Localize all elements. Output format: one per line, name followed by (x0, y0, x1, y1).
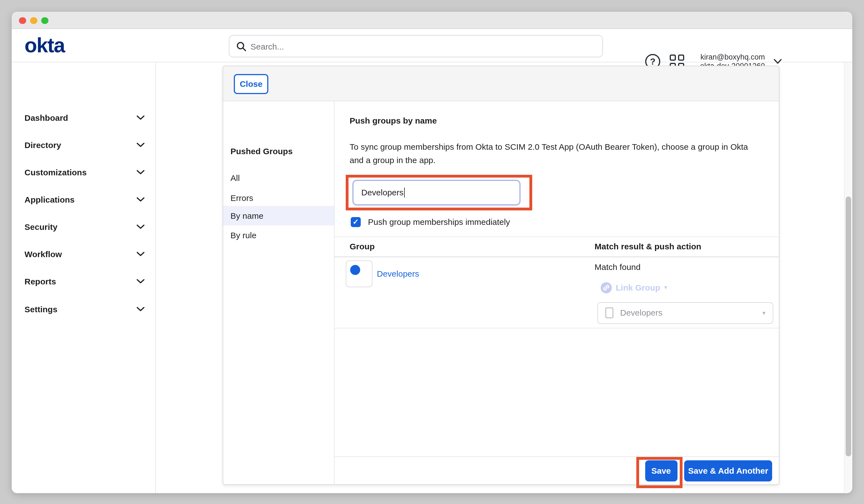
global-search[interactable] (229, 35, 603, 57)
sidebar-item-applications[interactable]: Applications (12, 193, 156, 206)
window-zoom-icon[interactable] (41, 17, 48, 24)
sidebar-item-reports[interactable]: Reports (12, 275, 156, 287)
scrollbar-thumb[interactable] (845, 196, 851, 456)
sidebar-item-security[interactable]: Security (12, 220, 156, 233)
account-email: kiran@boxyhq.com (700, 53, 765, 61)
column-header-match-result: Match result & push action (595, 242, 701, 251)
page-title: Push groups by name (350, 116, 437, 125)
grid-square (678, 55, 684, 61)
push-immediately-label: Push group memberships immediately (368, 217, 510, 228)
pushed-groups-subnav: Pushed Groups All Errors By name By rule (223, 101, 335, 485)
annotation-box-save (636, 457, 683, 488)
sidebar-item-label: Applications (24, 195, 75, 204)
link-icon (601, 282, 612, 293)
grid-square (670, 55, 676, 61)
sidebar-item-label: Security (24, 222, 57, 231)
chevron-down-icon (136, 307, 144, 312)
sidebar-item-directory[interactable]: Directory (12, 139, 156, 151)
sidebar-item-label: Settings (24, 304, 57, 314)
sidebar-item-label: Customizations (24, 168, 86, 177)
chevron-down-icon (136, 170, 144, 175)
chevron-down-icon[interactable] (773, 58, 782, 64)
sidebar-item-label: Workflow (24, 249, 62, 259)
chevron-down-icon (136, 197, 144, 202)
close-button[interactable]: Close (234, 74, 268, 94)
save-add-another-button[interactable]: Save & Add Another (684, 460, 772, 481)
sidebar-item-settings[interactable]: Settings (12, 303, 156, 315)
search-icon (236, 41, 247, 52)
subnav-item-by-rule[interactable]: By rule (223, 225, 334, 245)
sidebar-item-workflow[interactable]: Workflow (12, 248, 156, 260)
panel-toolbar: Close (223, 66, 779, 101)
subnav-title: Pushed Groups (230, 146, 292, 156)
link-group-action[interactable]: Link Group ▾ (601, 281, 667, 293)
link-group-label: Link Group (616, 283, 660, 292)
group-name-link[interactable]: Developers (377, 268, 419, 279)
group-name-input[interactable]: Developers (352, 180, 520, 205)
link-group-caret-icon: ▾ (664, 284, 667, 291)
scrollbar-track[interactable] (844, 62, 852, 493)
subnav-item-all[interactable]: All (223, 168, 334, 187)
window-close-icon[interactable] (19, 17, 26, 24)
chevron-down-icon (136, 115, 144, 120)
sidebar-item-label: Reports (24, 277, 56, 286)
subnav-item-errors[interactable]: Errors (223, 188, 334, 207)
main-sidebar: Dashboard Directory Customizations Appli… (12, 62, 156, 493)
row-divider (335, 328, 779, 328)
app-group-dropdown[interactable]: Developers ▾ (597, 302, 773, 324)
text-cursor (404, 188, 405, 197)
table-header-divider (335, 256, 779, 257)
dropdown-caret-icon: ▾ (763, 303, 766, 323)
app-group-value: Developers (620, 303, 662, 323)
search-input[interactable] (251, 36, 596, 57)
subnav-item-by-name[interactable]: By name (223, 206, 334, 225)
chevron-down-icon (136, 224, 144, 229)
section-divider (335, 237, 779, 237)
sidebar-item-label: Directory (24, 140, 61, 149)
app-window: okta ? kiran@boxyhq.com okta-dev-2090126… (12, 12, 852, 493)
okta-logo[interactable]: okta (24, 33, 64, 58)
app-group-icon (605, 307, 613, 319)
chevron-down-icon (136, 142, 144, 147)
group-avatar (346, 261, 372, 287)
match-status: Match found (595, 262, 640, 273)
pushed-groups-panel: Close Pushed Groups All Errors By name B… (223, 66, 779, 485)
page-description: To sync group memberships from Okta to S… (350, 140, 763, 167)
sidebar-item-dashboard[interactable]: Dashboard (12, 111, 156, 124)
chevron-down-icon (136, 252, 144, 256)
sidebar-item-label: Dashboard (24, 113, 68, 122)
sidebar-item-customizations[interactable]: Customizations (12, 166, 156, 178)
chevron-down-icon (136, 279, 144, 284)
push-immediately-checkbox[interactable]: ✓ (351, 217, 361, 227)
group-name-input-value: Developers (361, 188, 404, 197)
group-icon (350, 265, 360, 275)
window-minimize-icon[interactable] (30, 17, 37, 24)
top-header: okta ? kiran@boxyhq.com okta-dev-2090126… (12, 29, 852, 62)
footer-divider (335, 456, 779, 457)
window-titlebar (12, 12, 852, 29)
column-header-group: Group (350, 242, 375, 251)
